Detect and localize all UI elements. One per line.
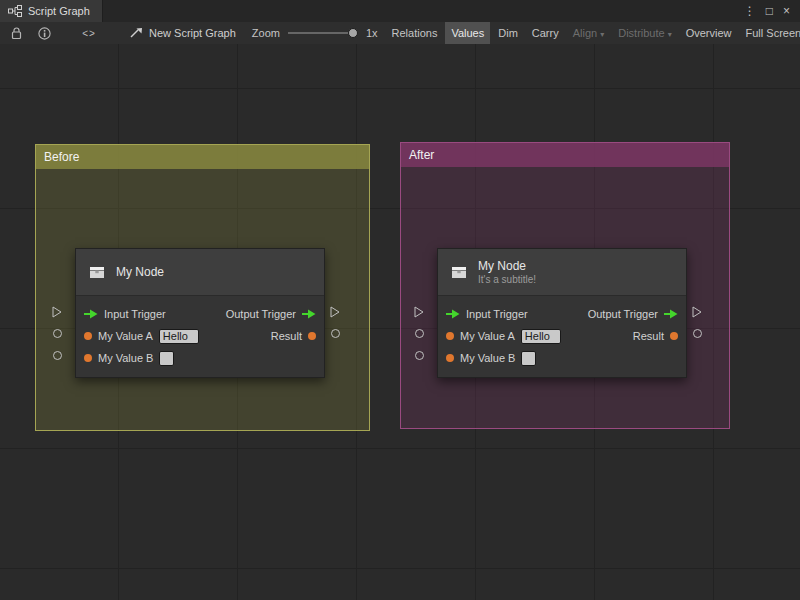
value-a-field[interactable] <box>521 329 561 344</box>
relations-button[interactable]: Relations <box>386 22 444 44</box>
value-a-label: My Value A <box>98 330 153 342</box>
value-b-field[interactable] <box>521 351 536 366</box>
tab-script-graph[interactable]: Script Graph <box>0 0 103 22</box>
info-icon[interactable] <box>36 22 52 44</box>
output-trigger-label: Output Trigger <box>226 308 296 320</box>
close-icon[interactable]: × <box>783 0 790 22</box>
output-trigger-label: Output Trigger <box>588 308 658 320</box>
zoom-slider-knob[interactable] <box>348 28 358 38</box>
value-b-label: My Value B <box>460 352 515 364</box>
full-screen-button[interactable]: Full Screen <box>740 22 800 44</box>
overview-button[interactable]: Overview <box>680 22 738 44</box>
unit-icon <box>87 262 107 282</box>
script-graph-icon <box>8 5 22 17</box>
external-value-port[interactable] <box>415 329 424 338</box>
node-header[interactable]: My Node It's a subtitle! <box>438 249 686 296</box>
zoom-control: Zoom 1x <box>252 22 378 44</box>
tab-title: Script Graph <box>28 5 90 17</box>
port-row-value-b: My Value B <box>76 347 324 369</box>
input-trigger-label: Input Trigger <box>466 308 528 320</box>
zoom-label: Zoom <box>252 27 280 39</box>
group-after-title: After <box>409 148 434 162</box>
graph-breadcrumb[interactable]: New Script Graph <box>130 22 236 44</box>
value-a-port[interactable] <box>84 332 92 340</box>
result-label: Result <box>271 330 302 342</box>
input-trigger-port[interactable] <box>446 309 460 319</box>
code-icon[interactable]: <> <box>78 22 100 44</box>
maximize-icon[interactable]: □ <box>766 0 773 22</box>
chevron-down-icon: ▾ <box>668 30 672 39</box>
node-body: Input Trigger Output Trigger My Value A … <box>438 296 686 377</box>
port-row-triggers: Input Trigger Output Trigger <box>438 303 686 325</box>
external-value-port[interactable] <box>331 329 340 338</box>
value-a-port[interactable] <box>446 332 454 340</box>
output-trigger-port[interactable] <box>302 309 316 319</box>
window-titlebar: Script Graph ⋮ □ × <box>0 0 800 23</box>
external-value-port[interactable] <box>693 329 702 338</box>
node-subtitle: It's a subtitle! <box>478 274 536 286</box>
node-title: My Node <box>116 265 164 279</box>
window-menu-icon[interactable]: ⋮ <box>744 0 756 22</box>
result-label: Result <box>633 330 664 342</box>
value-b-port[interactable] <box>84 354 92 362</box>
port-row-value-b: My Value B <box>438 347 686 369</box>
output-trigger-port[interactable] <box>664 309 678 319</box>
distribute-button[interactable]: Distribute ▾ <box>612 22 677 44</box>
dim-button[interactable]: Dim <box>492 22 524 44</box>
value-b-port[interactable] <box>446 354 454 362</box>
value-a-label: My Value A <box>460 330 515 342</box>
group-before-header[interactable]: Before <box>36 145 369 169</box>
external-value-port[interactable] <box>53 351 62 360</box>
zoom-value: 1x <box>366 27 378 39</box>
input-trigger-label: Input Trigger <box>104 308 166 320</box>
node-body: Input Trigger Output Trigger My Value A … <box>76 296 324 377</box>
port-row-value-a: My Value A Result <box>438 325 686 347</box>
distribute-label: Distribute <box>618 27 664 39</box>
graph-toolbar: <> New Script Graph Zoom 1x Relations Va… <box>0 22 800 45</box>
value-b-label: My Value B <box>98 352 153 364</box>
node-title: My Node <box>478 259 536 273</box>
port-row-value-a: My Value A Result <box>76 325 324 347</box>
node-header[interactable]: My Node <box>76 249 324 296</box>
group-before-title: Before <box>44 150 79 164</box>
zoom-slider[interactable] <box>288 28 358 38</box>
node-my-node-before[interactable]: My Node Input Trigger Output Trigger <box>75 248 325 378</box>
input-trigger-port[interactable] <box>84 309 98 319</box>
node-my-node-after[interactable]: My Node It's a subtitle! Input Trigger O… <box>437 248 687 378</box>
external-value-port[interactable] <box>415 351 424 360</box>
graph-name: New Script Graph <box>149 27 236 39</box>
result-port[interactable] <box>670 332 678 340</box>
values-button[interactable]: Values <box>445 22 490 44</box>
chevron-down-icon: ▾ <box>600 30 604 39</box>
external-trigger-port[interactable] <box>414 306 424 318</box>
graph-canvas[interactable]: Before After My Node <box>0 44 800 600</box>
external-value-port[interactable] <box>53 329 62 338</box>
result-port[interactable] <box>308 332 316 340</box>
align-button[interactable]: Align ▾ <box>567 22 610 44</box>
value-a-field[interactable] <box>159 329 199 344</box>
external-trigger-port[interactable] <box>52 306 62 318</box>
lock-icon[interactable] <box>8 22 24 44</box>
window-controls: ⋮ □ × <box>744 0 800 22</box>
unit-icon <box>449 262 469 282</box>
toolbar-buttons: Relations Values Dim Carry Align ▾ Distr… <box>386 22 800 44</box>
port-row-triggers: Input Trigger Output Trigger <box>76 303 324 325</box>
graph-asset-icon <box>130 22 143 44</box>
value-b-field[interactable] <box>159 351 174 366</box>
carry-button[interactable]: Carry <box>526 22 565 44</box>
external-trigger-port[interactable] <box>330 306 340 318</box>
group-after-header[interactable]: After <box>401 143 729 167</box>
external-trigger-port[interactable] <box>692 306 702 318</box>
align-label: Align <box>573 27 597 39</box>
